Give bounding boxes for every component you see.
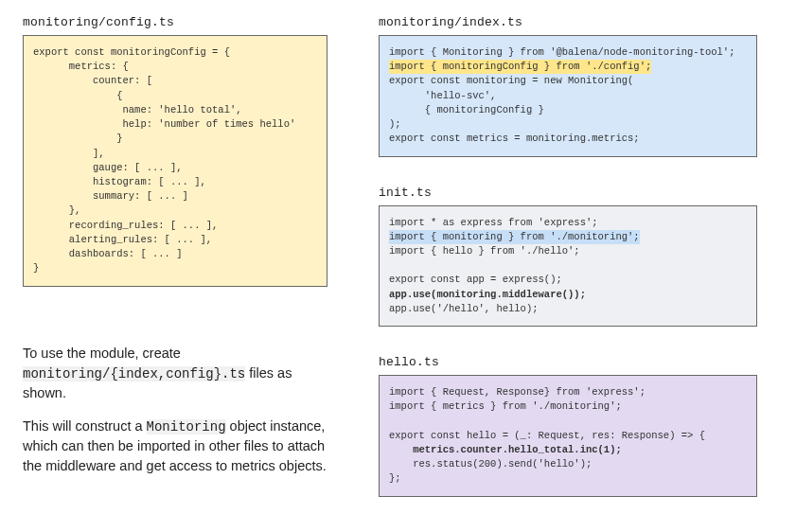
code-line: { monitoringConfig } [389, 103, 747, 117]
index-file-title: monitoring/index.ts [379, 15, 757, 29]
code-line: import { Monitoring } from '@balena/node… [389, 45, 747, 60]
desc-p2-mono: Monitoring [147, 419, 226, 434]
index-code-block: import { Monitoring } from '@balena/node… [379, 35, 757, 157]
code-line [389, 415, 747, 429]
code-line: export const hello = (_: Request, res: R… [389, 429, 747, 443]
code-line: import { metrics } from './monitoring'; [389, 399, 747, 414]
code-line: }; [389, 471, 747, 486]
code-line: export const monitoring = new Monitoring… [389, 74, 747, 88]
code-line: res.status(200).send('hello'); [389, 457, 747, 471]
description-text: To use the module, create monitoring/{in… [23, 344, 327, 477]
desc-p1-mono: monitoring/{index,config}.ts [23, 366, 245, 381]
code-line: ); [389, 117, 747, 132]
code-line: export const metrics = monitoring.metric… [389, 132, 747, 146]
code-line: metrics.counter.hello_total.inc(1); [389, 443, 747, 457]
code-line: import { monitoringConfig } from './conf… [389, 60, 747, 74]
code-line: export const app = express(); [389, 273, 747, 287]
code-line: import { monitoring } from './monitoring… [389, 230, 747, 244]
code-line: app.use(monitoring.middleware()); [389, 288, 747, 302]
desc-p1-a: To use the module, create [23, 346, 181, 361]
hello-file-title: hello.ts [379, 355, 757, 369]
desc-p2-a: This will construct a [23, 418, 147, 434]
code-line: app.use('/hello', hello); [389, 302, 747, 316]
code-line: 'hello-svc', [389, 89, 747, 103]
init-file-title: init.ts [379, 186, 757, 200]
config-code-block: export const monitoringConfig = { metric… [23, 35, 327, 287]
code-line: import { Request, Response} from 'expres… [389, 385, 747, 399]
init-code-block: import * as express from 'express';impor… [379, 205, 757, 328]
code-line: import { hello } from './hello'; [389, 244, 747, 258]
hello-code-block: import { Request, Response} from 'expres… [379, 375, 757, 497]
code-line [389, 258, 747, 273]
config-file-title: monitoring/config.ts [23, 15, 327, 29]
code-line: import * as express from 'express'; [389, 216, 747, 230]
